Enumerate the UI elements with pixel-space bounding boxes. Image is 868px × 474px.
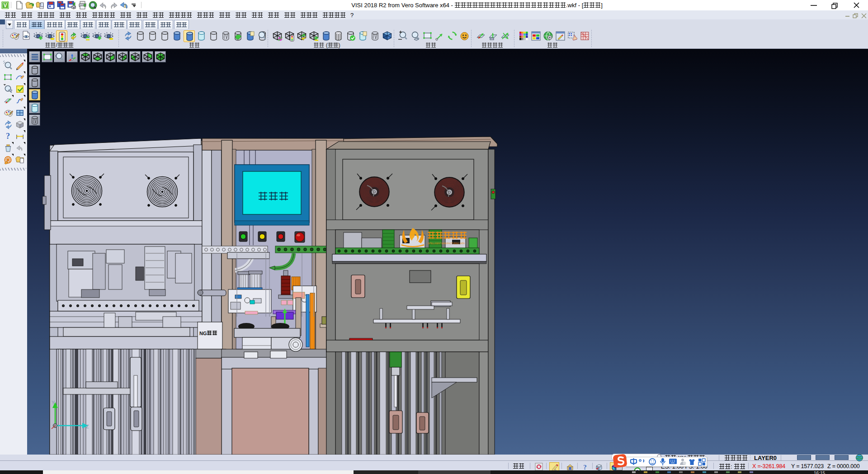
svg-text:NG: NG [199,331,207,336]
svg-text:?: ? [6,132,10,141]
svg-text:INTELLIGENT MANUFACTURING DATA: INTELLIGENT MANUFACTURING DATA [428,242,465,245]
svg-text:Y: Y [52,400,55,405]
svg-text:?: ? [583,464,587,471]
svg-text:V: V [3,2,7,9]
svg-text:Z: Z [86,424,89,429]
